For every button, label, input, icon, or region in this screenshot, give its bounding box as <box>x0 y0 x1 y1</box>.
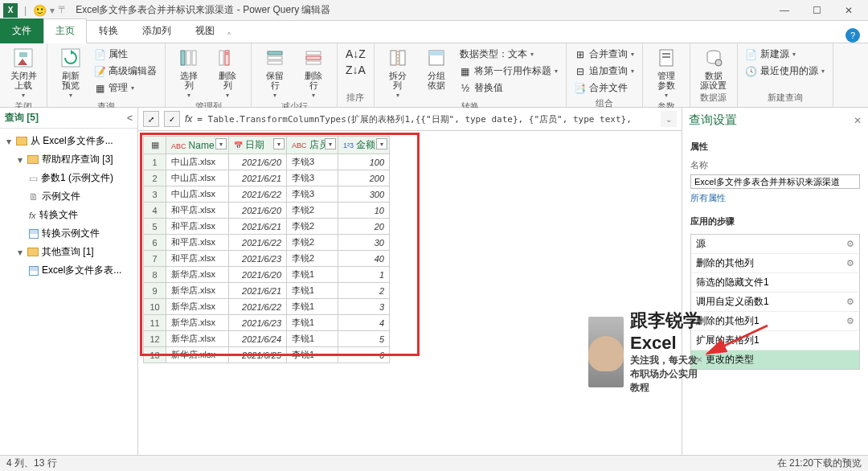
sort-asc-button[interactable]: A↓Z <box>344 47 367 61</box>
manage-button[interactable]: ▦管理▾ <box>92 80 158 96</box>
collapse-ribbon-icon[interactable]: ˄ <box>227 31 231 43</box>
query-folder-root[interactable]: ▾从 Excel多文件多... <box>2 132 136 150</box>
keep-rows-button[interactable]: 保留 行▾ <box>258 47 292 99</box>
cell-date[interactable]: 2021/6/21 <box>229 219 287 235</box>
cell-employee[interactable]: 李锐1 <box>287 283 338 299</box>
query-item-param1[interactable]: ▭参数1 (示例文件) <box>2 169 136 187</box>
cell-amount[interactable]: 2 <box>338 283 390 299</box>
cell-name[interactable]: 和平店.xlsx <box>166 203 229 219</box>
query-folder-other[interactable]: ▾其他查询 [1] <box>2 243 136 261</box>
merge-queries-button[interactable]: ⊞合并查询▾ <box>573 47 636 62</box>
cell-employee[interactable]: 李锐1 <box>287 315 338 331</box>
cell-name[interactable]: 新华店.xlsx <box>166 347 229 363</box>
query-item-transform-sample[interactable]: 转换示例文件 <box>2 224 136 243</box>
group-by-button[interactable]: 分组 依据 <box>420 47 453 90</box>
row-number[interactable]: 2 <box>144 170 166 186</box>
cell-name[interactable]: 中山店.xlsx <box>166 154 229 170</box>
filter-icon[interactable]: ▾ <box>215 138 227 149</box>
cell-date[interactable]: 2021/6/21 <box>229 170 287 186</box>
cell-name[interactable]: 新华店.xlsx <box>166 315 229 331</box>
formula-expand-button[interactable]: ⤢ <box>143 111 159 127</box>
table-row[interactable]: 11 新华店.xlsx 2021/6/23 李锐1 4 <box>144 315 390 331</box>
dropdown-caret-icon[interactable]: ▾ <box>69 92 72 99</box>
data-grid[interactable]: ▦ ABC Name▾ 📅 日期▾ ABC 店员▾ 1²3 金额▾ 1 中山店.… <box>143 136 390 363</box>
close-and-load-button[interactable]: 关闭并 上载 ▾ <box>6 47 40 99</box>
table-row[interactable]: 2 中山店.xlsx 2021/6/21 李锐3 200 <box>144 170 390 186</box>
cell-amount[interactable]: 300 <box>338 186 390 203</box>
formula-text[interactable]: = Table.TransformColumnTypes(扩展的表格列1,{{"… <box>197 113 656 125</box>
applied-step[interactable]: 扩展的表格列1 <box>691 331 859 350</box>
formula-more-button[interactable]: ⌄ <box>661 111 677 127</box>
cell-employee[interactable]: 李锐3 <box>287 170 338 186</box>
gear-icon[interactable]: ⚙ <box>846 258 854 268</box>
row-number[interactable]: 5 <box>144 219 166 235</box>
table-row[interactable]: 1 中山店.xlsx 2021/6/20 李锐3 100 <box>144 154 390 170</box>
cell-date[interactable]: 2021/6/22 <box>229 186 287 203</box>
cell-date[interactable]: 2021/6/20 <box>229 203 287 219</box>
new-source-button[interactable]: 📄新建源▾ <box>744 47 826 62</box>
query-item-sample[interactable]: 🗎示例文件 <box>2 187 136 206</box>
row-number[interactable]: 13 <box>144 347 166 363</box>
append-queries-button[interactable]: ⊟追加查询▾ <box>573 63 636 79</box>
table-row[interactable]: 7 和平店.xlsx 2021/6/23 李锐2 40 <box>144 251 390 267</box>
column-header-date[interactable]: 📅 日期▾ <box>229 137 287 154</box>
row-number[interactable]: 1 <box>144 154 166 170</box>
maximize-button[interactable]: ☐ <box>800 0 833 21</box>
cell-employee[interactable]: 李锐2 <box>287 203 338 219</box>
table-row[interactable]: 12 新华店.xlsx 2021/6/24 李锐1 5 <box>144 331 390 347</box>
row-number[interactable]: 6 <box>144 235 166 251</box>
table-row[interactable]: 13 新华店.xlsx 2021/6/25 李锐1 6 <box>144 347 390 363</box>
cell-amount[interactable]: 30 <box>338 235 390 251</box>
cell-date[interactable]: 2021/6/23 <box>229 315 287 331</box>
cell-amount[interactable]: 1 <box>338 267 390 283</box>
filter-icon[interactable]: ▾ <box>376 138 387 149</box>
applied-step[interactable]: 筛选的隐藏文件1 <box>691 273 859 293</box>
data-source-settings-button[interactable]: 数据 源设置 <box>697 47 731 90</box>
table-row[interactable]: 5 和平店.xlsx 2021/6/21 李锐2 20 <box>144 219 390 235</box>
cell-amount[interactable]: 5 <box>338 331 390 347</box>
cell-date[interactable]: 2021/6/24 <box>229 331 287 347</box>
cell-employee[interactable]: 李锐2 <box>287 235 338 251</box>
tab-file[interactable]: 文件 <box>0 18 43 43</box>
tab-addcolumn[interactable]: 添加列 <box>130 18 183 43</box>
cell-amount[interactable]: 200 <box>338 170 390 186</box>
row-number[interactable]: 9 <box>144 283 166 299</box>
cell-name[interactable]: 新华店.xlsx <box>166 299 229 315</box>
manage-params-button[interactable]: 管理 参数▾ <box>649 47 683 99</box>
filter-icon[interactable]: ▾ <box>273 138 285 149</box>
cell-date[interactable]: 2021/6/22 <box>229 235 287 251</box>
properties-button[interactable]: 📄属性 <box>92 47 158 62</box>
cell-amount[interactable]: 20 <box>338 219 390 235</box>
cell-date[interactable]: 2021/6/20 <box>229 267 287 283</box>
cell-name[interactable]: 中山店.xlsx <box>166 186 229 203</box>
column-header-amount[interactable]: 1²3 金额▾ <box>338 137 390 154</box>
table-row[interactable]: 4 和平店.xlsx 2021/6/20 李锐2 10 <box>144 203 390 219</box>
row-number[interactable]: 8 <box>144 267 166 283</box>
table-row[interactable]: 10 新华店.xlsx 2021/6/22 李锐1 3 <box>144 299 390 315</box>
table-row[interactable]: 3 中山店.xlsx 2021/6/22 李锐3 300 <box>144 186 390 203</box>
cell-employee[interactable]: 李锐1 <box>287 267 338 283</box>
row-number[interactable]: 4 <box>144 203 166 219</box>
cell-date[interactable]: 2021/6/21 <box>229 283 287 299</box>
cell-name[interactable]: 新华店.xlsx <box>166 331 229 347</box>
close-settings-button[interactable]: ✕ <box>854 115 862 126</box>
advanced-editor-button[interactable]: 📝高级编辑器 <box>92 63 158 79</box>
cell-amount[interactable]: 40 <box>338 251 390 267</box>
column-header-employee[interactable]: ABC 店员▾ <box>287 137 338 154</box>
row-number[interactable]: 7 <box>144 251 166 267</box>
cell-amount[interactable]: 4 <box>338 315 390 331</box>
cell-amount[interactable]: 10 <box>338 203 390 219</box>
applied-step[interactable]: ✕更改的类型 <box>691 350 859 369</box>
cell-employee[interactable]: 李锐1 <box>287 299 338 315</box>
all-properties-link[interactable]: 所有属性 <box>690 189 726 207</box>
gear-icon[interactable]: ⚙ <box>846 239 854 249</box>
cell-employee[interactable]: 李锐1 <box>287 331 338 347</box>
cell-name[interactable]: 新华店.xlsx <box>166 283 229 299</box>
tab-view[interactable]: 视图 <box>183 18 227 43</box>
dropdown-caret-icon[interactable]: ▾ <box>22 92 25 99</box>
query-name-input[interactable] <box>690 174 860 189</box>
cell-date[interactable]: 2021/6/22 <box>229 299 287 315</box>
smiley-icon[interactable]: 🙂 <box>33 4 47 17</box>
row-number[interactable]: 11 <box>144 315 166 331</box>
query-item-main[interactable]: Excel多文件多表... <box>2 261 136 280</box>
